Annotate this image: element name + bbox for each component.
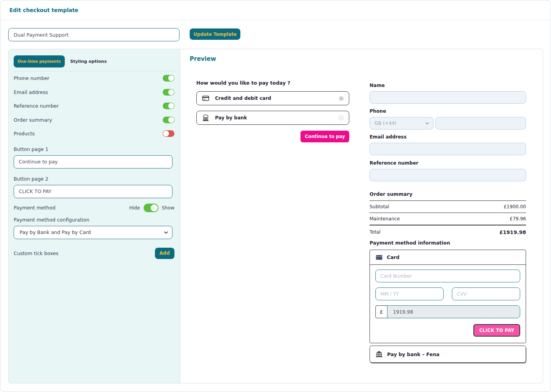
cvv-input[interactable] xyxy=(452,287,520,300)
toggle-knob xyxy=(168,89,174,95)
preview-content: How would you like to pay today ? Credit… xyxy=(190,80,533,363)
products-toggle[interactable] xyxy=(163,130,174,137)
toggle-row-email-address: Email address xyxy=(14,85,177,99)
toolbar: Update Template xyxy=(8,28,240,41)
name-label: Name xyxy=(370,83,526,88)
main-container: One-time payments Styling options Phone … xyxy=(8,49,543,383)
card-filled-icon xyxy=(376,255,382,260)
tab-one-time-payments[interactable]: One-time payments xyxy=(14,55,65,67)
editor-tabs: One-time payments Styling options xyxy=(14,55,177,71)
option-label: Credit and debit card xyxy=(215,96,271,101)
payment-method-config-select-wrap: Pay by Bank and Pay by Card xyxy=(14,226,172,239)
amount-row: £ xyxy=(375,305,520,318)
payment-method-info-heading: Payment method information xyxy=(370,240,526,246)
template-name-input[interactable] xyxy=(8,28,180,41)
payment-method-visibility-toggle[interactable] xyxy=(144,204,158,212)
custom-tick-boxes-row: Custom tick boxes Add xyxy=(14,248,177,259)
radio-unselected-icon[interactable] xyxy=(339,115,344,121)
row-label: Maintenance xyxy=(370,216,400,222)
bank-box-title: Pay by bank – Fena xyxy=(387,351,439,357)
toggle-label: Phone number xyxy=(14,75,49,81)
click-to-pay-button[interactable]: CLICK TO PAY xyxy=(473,324,520,337)
button-page-1-label: Button page 1 xyxy=(14,146,177,152)
toggle-row-order-summary: Order summary xyxy=(14,113,177,127)
button-page-2-label: Button page 2 xyxy=(14,176,177,182)
preview-panel: Preview How would you like to pay today … xyxy=(180,49,543,383)
toggle-label: Products xyxy=(14,131,35,137)
toggle-knob xyxy=(151,204,158,211)
expiry-input[interactable] xyxy=(375,287,444,300)
country-code-select-wrap: GB (+44) xyxy=(370,117,434,129)
currency-symbol: £ xyxy=(375,305,387,318)
email-label: Email address xyxy=(370,134,526,140)
name-input[interactable] xyxy=(370,91,526,104)
payment-method-label: Payment method xyxy=(14,205,55,211)
button-page-1-input[interactable] xyxy=(14,155,172,169)
order-summary-total-row: Total £1919.98 xyxy=(370,225,526,239)
phone-number-toggle[interactable] xyxy=(163,75,174,82)
radio-selected-icon[interactable] xyxy=(339,96,344,101)
expiry-cvv-row xyxy=(375,287,520,300)
show-label: Show xyxy=(162,205,174,211)
toggle-label: Email address xyxy=(14,89,48,95)
bank-filled-icon xyxy=(376,351,382,357)
row-label: Subtotal xyxy=(370,204,389,209)
total-label: Total xyxy=(370,229,380,235)
toggle-knob xyxy=(163,131,169,137)
toggle-knob xyxy=(168,103,174,109)
card-box-header[interactable]: Card xyxy=(370,250,526,265)
row-value: £79.96 xyxy=(510,216,526,222)
phone-input[interactable] xyxy=(435,117,526,129)
amount-input[interactable] xyxy=(387,305,520,318)
phone-label: Phone xyxy=(370,108,526,114)
add-tick-box-button[interactable]: Add xyxy=(155,248,174,259)
customer-form-column: Name Phone GB (+44) Email address xyxy=(370,80,526,363)
order-summary-toggle[interactable] xyxy=(163,117,174,123)
button-page-2-input[interactable] xyxy=(14,185,172,198)
page-title: Edit checkout template xyxy=(9,7,78,13)
order-summary-row-maintenance: Maintenance £79.96 xyxy=(370,213,526,225)
card-box-body: £ CLICK TO PAY xyxy=(370,265,526,343)
card-payment-box: Card £ CLICK TO PAY xyxy=(370,250,526,343)
credit-card-icon xyxy=(202,94,210,102)
email-address-toggle[interactable] xyxy=(163,89,174,96)
payment-method-toggle-group: Hide Show xyxy=(129,204,174,212)
tab-styling-options[interactable]: Styling options xyxy=(70,59,107,64)
app-header: Edit checkout template xyxy=(0,0,551,20)
preview-heading: Preview xyxy=(190,55,533,62)
payment-method-config-label: Payment method configuration xyxy=(14,217,177,223)
reference-number-toggle[interactable] xyxy=(163,103,174,109)
bank-icon xyxy=(202,114,210,122)
option-pay-by-bank[interactable]: Pay by bank xyxy=(196,111,349,125)
option-label: Pay by bank xyxy=(215,115,247,121)
reference-input[interactable] xyxy=(370,169,526,181)
update-template-button[interactable]: Update Template xyxy=(190,28,240,40)
pay-question: How would you like to pay today ? xyxy=(196,80,349,86)
toggle-row-products: Products xyxy=(14,127,177,141)
email-input[interactable] xyxy=(370,143,526,155)
toggle-row-reference-number: Reference number xyxy=(14,99,177,113)
card-number-input[interactable] xyxy=(375,270,520,282)
custom-tick-boxes-label: Custom tick boxes xyxy=(14,250,59,256)
toggle-knob xyxy=(168,75,174,81)
pay-by-bank-fena-box[interactable]: Pay by bank – Fena xyxy=(370,346,526,363)
payment-method-config-select[interactable]: Pay by Bank and Pay by Card xyxy=(14,226,172,239)
order-summary-row-subtotal: Subtotal £1900.00 xyxy=(370,201,526,213)
order-summary-heading: Order summary xyxy=(370,191,526,197)
row-value: £1900.00 xyxy=(504,204,526,209)
phone-row: GB (+44) xyxy=(370,117,526,129)
payment-method-row: Payment method Hide Show xyxy=(14,204,177,212)
toggle-row-phone-number: Phone number xyxy=(14,71,177,85)
card-box-title: Card xyxy=(387,254,400,260)
payment-options-column: How would you like to pay today ? Credit… xyxy=(196,80,349,363)
option-credit-and-debit-card[interactable]: Credit and debit card xyxy=(196,91,349,105)
toggle-label: Order summary xyxy=(14,117,52,123)
hide-label: Hide xyxy=(129,205,140,211)
toggle-label: Reference number xyxy=(14,103,59,109)
toggle-knob xyxy=(168,117,174,123)
reference-label: Reference number xyxy=(370,160,526,166)
editor-panel: One-time payments Styling options Phone … xyxy=(9,49,180,383)
total-value: £1919.98 xyxy=(499,229,526,235)
continue-to-pay-button[interactable]: Continue to pay xyxy=(300,131,349,142)
country-code-select[interactable]: GB (+44) xyxy=(370,117,434,129)
